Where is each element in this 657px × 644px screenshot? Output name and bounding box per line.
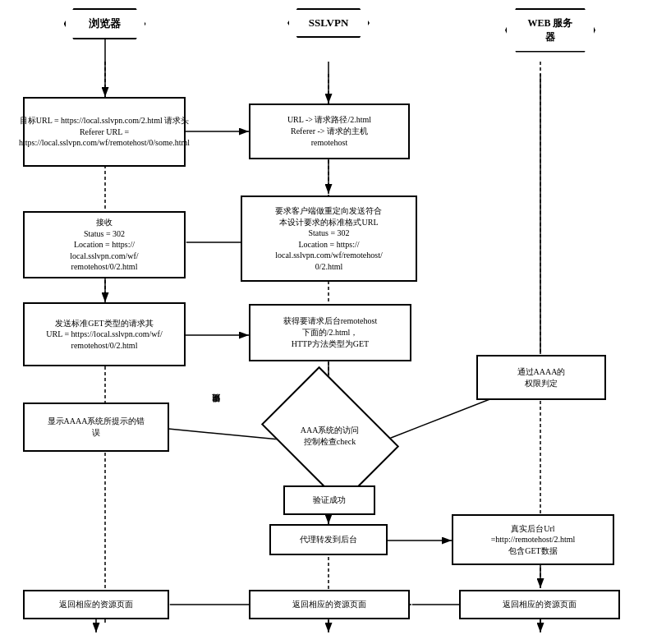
box-browser-2: 接收Status = 302Location = https://local.s…: [23, 211, 186, 278]
box-verify-ok: 验证成功: [283, 485, 375, 515]
webserver-header: WEB 服务器: [489, 8, 612, 53]
box-sslvpn-3: 获得要请求后台remotehost下面的/2.html，HTTP方法类型为GET: [249, 304, 411, 361]
box-return-browser: 返回相应的资源页面: [23, 590, 169, 619]
sslvpn-header: SSLVPN: [263, 8, 394, 38]
svg-line-13: [168, 429, 279, 439]
box-real-url: 真实后台Url=http://remotehost/2.html包含GET数据: [452, 514, 614, 565]
webserver-header-label: WEB 服务器: [505, 8, 595, 53]
browser-header-label: 浏览器: [64, 8, 146, 39]
box-return-web: 返回相应的资源页面: [459, 590, 620, 619]
box-browser-error: 显示AAAA系统所提示的错误: [23, 402, 169, 452]
box-sslvpn-1: URL -> 请求路径/2.htmlReferer -> 请求的主机remote…: [249, 104, 410, 159]
browser-header: 浏览器: [41, 8, 168, 39]
box-webserver-auth: 通过AAAA的权限判定: [476, 355, 606, 400]
sslvpn-header-label: SSLVPN: [287, 8, 370, 38]
box-browser-1: 目标URL = https://local.sslvpn.com/2.html …: [23, 97, 186, 167]
diagram-container: 浏览器 SSLVPN WEB 服务器 目标URL = https://local…: [0, 0, 657, 644]
box-sslvpn-2: 要求客户端做重定向发送符合本设计要求的标准格式URLStatus = 302Lo…: [241, 196, 417, 282]
box-browser-3: 发送标准GET类型的请求其URL = https://local.sslvpn.…: [23, 302, 186, 366]
diamond-aaa-check: AAA系统的访问控制检查check: [261, 366, 399, 504]
box-proxy: 代理转发到后台: [269, 524, 388, 555]
box-return-sslvpn: 返回相应的资源页面: [249, 590, 410, 619]
